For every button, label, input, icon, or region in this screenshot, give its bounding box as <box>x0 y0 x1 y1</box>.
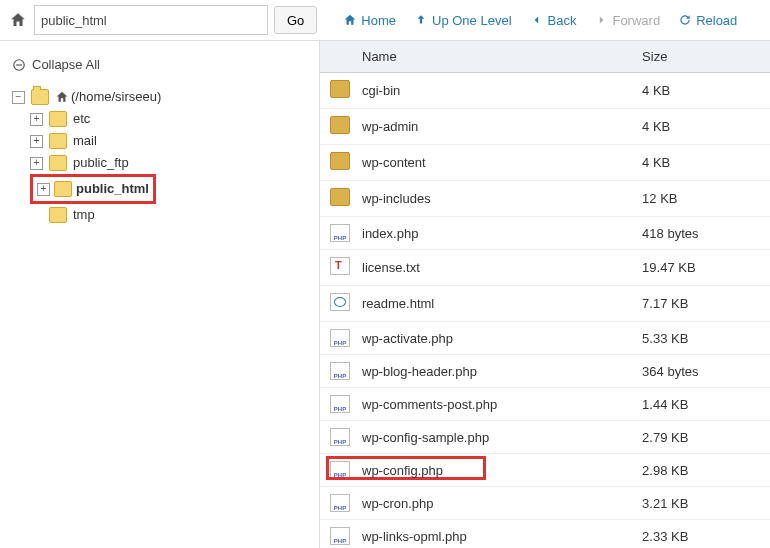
expand-toggle-icon[interactable]: + <box>30 113 43 126</box>
folder-icon <box>330 80 350 98</box>
table-row[interactable]: PHPwp-links-opml.php2.33 KB <box>320 520 770 549</box>
folder-icon <box>49 111 67 127</box>
tree-item-label: tmp <box>73 204 95 226</box>
php-file-icon: PHP <box>330 527 350 545</box>
nav-home[interactable]: Home <box>343 13 396 28</box>
php-file-icon: PHP <box>330 362 350 380</box>
folder-icon <box>330 116 350 134</box>
file-size: 19.47 KB <box>632 250 770 286</box>
text-file-icon <box>330 257 350 275</box>
file-name: wp-activate.php <box>352 322 632 355</box>
file-size: 4 KB <box>632 145 770 181</box>
folder-icon <box>49 133 67 149</box>
file-size: 4 KB <box>632 73 770 109</box>
folder-icon <box>31 89 49 105</box>
file-size: 7.17 KB <box>632 286 770 322</box>
file-size: 418 bytes <box>632 217 770 250</box>
table-row[interactable]: PHPwp-config-sample.php2.79 KB <box>320 421 770 454</box>
file-name: wp-cron.php <box>352 487 632 520</box>
file-name: readme.html <box>352 286 632 322</box>
up-arrow-icon <box>414 13 428 27</box>
expand-toggle-icon[interactable]: + <box>30 135 43 148</box>
file-size: 12 KB <box>632 181 770 217</box>
php-file-icon: PHP <box>330 461 350 479</box>
table-row[interactable]: cgi-bin4 KB <box>320 73 770 109</box>
file-name: wp-config.php <box>352 454 632 487</box>
table-row[interactable]: wp-content4 KB <box>320 145 770 181</box>
file-name: wp-blog-header.php <box>352 355 632 388</box>
file-name: index.php <box>352 217 632 250</box>
file-size: 2.79 KB <box>632 421 770 454</box>
file-size: 5.33 KB <box>632 322 770 355</box>
nav-reload-label: Reload <box>696 13 737 28</box>
php-file-icon: PHP <box>330 428 350 446</box>
column-header-size[interactable]: Size <box>632 41 770 73</box>
table-row[interactable]: PHPwp-blog-header.php364 bytes <box>320 355 770 388</box>
collapse-all-label: Collapse All <box>32 57 100 72</box>
table-row[interactable]: PHPindex.php418 bytes <box>320 217 770 250</box>
nav-home-label: Home <box>361 13 396 28</box>
tree-item[interactable]: +public_ftp <box>30 152 307 174</box>
nav-reload[interactable]: Reload <box>678 13 737 28</box>
file-size: 364 bytes <box>632 355 770 388</box>
tree-item[interactable]: +mail <box>30 130 307 152</box>
collapse-toggle-icon[interactable]: − <box>12 91 25 104</box>
expand-toggle-icon[interactable]: + <box>30 157 43 170</box>
nav-up[interactable]: Up One Level <box>414 13 512 28</box>
folder-tree: − (/home/sirseeu) +etc+mail+public_ftp+p… <box>12 86 307 226</box>
file-size: 2.33 KB <box>632 520 770 549</box>
tree-item[interactable]: +public_html <box>30 174 307 204</box>
nav-bar: Home Up One Level Back Forward Reload <box>343 13 737 28</box>
expand-toggle-icon[interactable]: + <box>37 183 50 196</box>
php-file-icon: PHP <box>330 224 350 242</box>
file-name: wp-admin <box>352 109 632 145</box>
file-size: 1.44 KB <box>632 388 770 421</box>
tree-item[interactable]: tmp <box>30 204 307 226</box>
table-row[interactable]: PHPwp-config.php2.98 KB <box>320 454 770 487</box>
file-name: cgi-bin <box>352 73 632 109</box>
file-name: wp-comments-post.php <box>352 388 632 421</box>
path-input[interactable] <box>34 5 268 35</box>
php-file-icon: PHP <box>330 395 350 413</box>
file-name: wp-includes <box>352 181 632 217</box>
nav-up-label: Up One Level <box>432 13 512 28</box>
table-row[interactable]: wp-admin4 KB <box>320 109 770 145</box>
file-table: Name Size cgi-bin4 KBwp-admin4 KBwp-cont… <box>320 41 770 548</box>
table-row[interactable]: readme.html7.17 KB <box>320 286 770 322</box>
tree-item[interactable]: +etc <box>30 108 307 130</box>
php-file-icon: PHP <box>330 329 350 347</box>
table-row[interactable]: wp-includes12 KB <box>320 181 770 217</box>
nav-back[interactable]: Back <box>530 13 577 28</box>
folder-icon <box>49 155 67 171</box>
html-file-icon <box>330 293 350 311</box>
table-row[interactable]: PHPwp-cron.php3.21 KB <box>320 487 770 520</box>
tree-root[interactable]: − (/home/sirseeu) <box>12 86 307 108</box>
home-icon <box>343 13 357 27</box>
table-row[interactable]: PHPwp-activate.php5.33 KB <box>320 322 770 355</box>
folder-icon <box>49 207 67 223</box>
table-row[interactable]: license.txt19.47 KB <box>320 250 770 286</box>
tree-item-label: public_ftp <box>73 152 129 174</box>
nav-back-label: Back <box>548 13 577 28</box>
home-icon[interactable] <box>8 10 28 30</box>
go-button[interactable]: Go <box>274 6 317 34</box>
home-icon <box>55 90 69 104</box>
file-size: 4 KB <box>632 109 770 145</box>
file-name: wp-config-sample.php <box>352 421 632 454</box>
collapse-all-button[interactable]: Collapse All <box>12 57 307 72</box>
file-size: 3.21 KB <box>632 487 770 520</box>
file-size: 2.98 KB <box>632 454 770 487</box>
column-header-name[interactable]: Name <box>320 41 632 73</box>
folder-icon <box>330 152 350 170</box>
tree-item-label: public_html <box>76 178 149 200</box>
file-name: wp-links-opml.php <box>352 520 632 549</box>
table-row[interactable]: PHPwp-comments-post.php1.44 KB <box>320 388 770 421</box>
tree-item-label: etc <box>73 108 90 130</box>
back-arrow-icon <box>530 13 544 27</box>
tree-root-label: (/home/sirseeu) <box>71 86 161 108</box>
tree-item-label: mail <box>73 130 97 152</box>
nav-forward-label: Forward <box>612 13 660 28</box>
file-name: license.txt <box>352 250 632 286</box>
folder-icon <box>54 181 72 197</box>
file-list-panel: Name Size cgi-bin4 KBwp-admin4 KBwp-cont… <box>320 41 770 548</box>
